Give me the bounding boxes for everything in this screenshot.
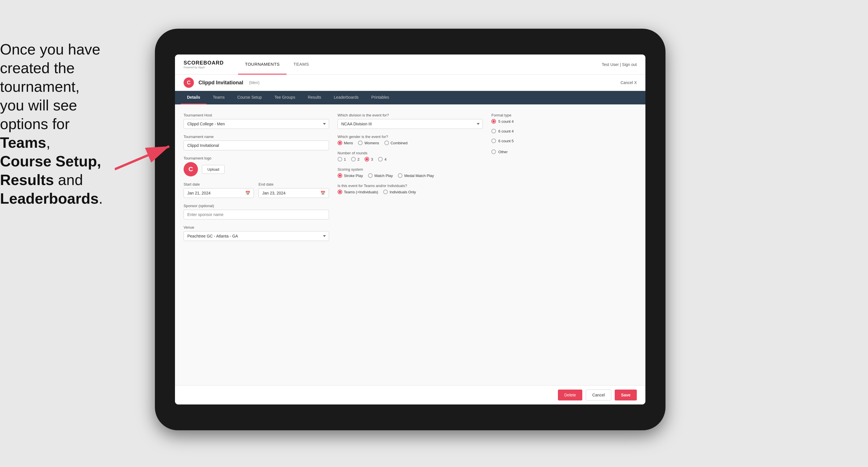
logo-group: Tournament logo C Upload: [184, 156, 329, 177]
format-5count4-radio[interactable]: [491, 119, 496, 124]
format-other-radio[interactable]: [491, 150, 496, 154]
scoring-medal[interactable]: Medal Match Play: [398, 173, 434, 178]
host-select[interactable]: Clippd College - Men: [184, 119, 329, 129]
calendar-icon: 📅: [245, 191, 250, 195]
individuals-only-radio[interactable]: [383, 190, 388, 194]
rounds-1-radio[interactable]: [338, 157, 342, 161]
tab-course-setup[interactable]: Course Setup: [231, 91, 268, 104]
gender-combined[interactable]: Combined: [384, 141, 408, 145]
tab-results[interactable]: Results: [302, 91, 328, 104]
rounds-4-radio[interactable]: [378, 157, 383, 161]
venue-label: Venue: [184, 225, 329, 229]
rounds-3-radio[interactable]: [365, 157, 369, 161]
format-other-row: Other: [491, 150, 637, 154]
format-6count4-label: 6 count 4: [498, 129, 514, 133]
sponsor-input[interactable]: [184, 210, 329, 219]
name-input[interactable]: [184, 141, 329, 150]
name-group: Tournament name: [184, 134, 329, 150]
logo-area: SCOREBOARD Powered by clippd: [184, 60, 224, 69]
format-other-label: Other: [498, 150, 508, 154]
venue-group: Venue Peachtree GC - Atlanta - GA: [184, 225, 329, 241]
scoring-stroke-radio[interactable]: [338, 173, 342, 178]
svg-line-1: [115, 146, 169, 169]
teams-label: Is this event for Teams and/or Individua…: [338, 184, 483, 188]
division-label: Which division is the event for?: [338, 113, 483, 117]
start-date-input[interactable]: Jan 21, 2024 📅: [184, 188, 254, 198]
rounds-group: Number of rounds 1 2: [338, 151, 483, 161]
scoring-medal-radio[interactable]: [398, 173, 402, 178]
scoring-match[interactable]: Match Play: [368, 173, 393, 178]
tournament-bar: C Clippd Invitational (Men) Cancel X: [175, 74, 645, 91]
save-button[interactable]: Save: [615, 390, 637, 400]
scoring-stroke[interactable]: Stroke Play: [338, 173, 363, 178]
host-group: Tournament Host Clippd College - Men: [184, 113, 329, 129]
format-6count5-radio[interactable]: [491, 138, 496, 143]
start-date-value: Jan 21, 2024: [187, 191, 211, 195]
delete-button[interactable]: Delete: [558, 390, 582, 400]
rounds-1-label: 1: [344, 157, 346, 161]
gender-womens-radio[interactable]: [358, 141, 363, 145]
individuals-only-label: Individuals Only: [390, 190, 416, 194]
format-group: Format type 5 count 4 6 count 4 6 count …: [491, 113, 637, 154]
nav-teams[interactable]: TEAMS: [286, 55, 316, 74]
gender-womens[interactable]: Womens: [358, 141, 379, 145]
tab-tee-groups[interactable]: Tee Groups: [268, 91, 302, 104]
gender-womens-label: Womens: [364, 141, 379, 145]
rounds-2-label: 2: [358, 157, 360, 161]
format-6count5[interactable]: 6 count 5: [491, 138, 637, 143]
user-area[interactable]: Test User | Sign out: [602, 62, 637, 67]
tournament-icon: C: [184, 77, 194, 88]
scoring-match-radio[interactable]: [368, 173, 373, 178]
tablet-screen: SCOREBOARD Powered by clippd TOURNAMENTS…: [175, 55, 645, 404]
tab-printables[interactable]: Printables: [365, 91, 395, 104]
format-6count4-radio[interactable]: [491, 129, 496, 133]
teams-plus-label: Teams (+Individuals): [344, 190, 378, 194]
tournament-title-row: C Clippd Invitational (Men): [184, 77, 259, 88]
gender-mens-radio[interactable]: [338, 141, 342, 145]
logo-label: Tournament logo: [184, 156, 329, 160]
teams-plus-individuals[interactable]: Teams (+Individuals): [338, 190, 378, 194]
division-select[interactable]: NCAA Division III: [338, 119, 483, 129]
rounds-2[interactable]: 2: [351, 157, 360, 161]
gender-group: Which gender is the event for? Mens Wome…: [338, 134, 483, 145]
rounds-2-radio[interactable]: [351, 157, 356, 161]
rounds-4[interactable]: 4: [378, 157, 386, 161]
format-other[interactable]: Other: [491, 150, 508, 154]
name-label: Tournament name: [184, 134, 329, 139]
rounds-radio-group: 1 2 3 4: [338, 157, 483, 161]
rounds-4-label: 4: [384, 157, 386, 161]
gender-mens-label: Mens: [344, 141, 353, 145]
logo-sub: Powered by clippd: [184, 66, 224, 69]
teams-plus-radio[interactable]: [338, 190, 342, 194]
scoring-radio-group: Stroke Play Match Play Medal Match Play: [338, 173, 483, 178]
end-date-input[interactable]: Jan 23, 2024 📅: [258, 188, 329, 198]
tournament-name: Clippd Invitational: [198, 80, 243, 86]
teams-group: Is this event for Teams and/or Individua…: [338, 184, 483, 194]
gender-combined-radio[interactable]: [384, 141, 389, 145]
individuals-only[interactable]: Individuals Only: [383, 190, 416, 194]
logo-title: SCOREBOARD: [184, 60, 224, 66]
rounds-label: Number of rounds: [338, 151, 483, 155]
cancel-button[interactable]: Cancel: [586, 390, 612, 400]
tab-details[interactable]: Details: [181, 91, 207, 104]
upload-button[interactable]: Upload: [202, 165, 225, 174]
cancel-top-button[interactable]: Cancel X: [620, 80, 637, 85]
rounds-1[interactable]: 1: [338, 157, 346, 161]
venue-select[interactable]: Peachtree GC - Atlanta - GA: [184, 231, 329, 241]
start-label: Start date: [184, 182, 254, 186]
nav-tournaments[interactable]: TOURNAMENTS: [238, 55, 286, 74]
format-6count4[interactable]: 6 count 4: [491, 129, 637, 133]
format-5count4[interactable]: 5 count 4: [491, 119, 637, 124]
gender-mens[interactable]: Mens: [338, 141, 353, 145]
scoring-stroke-label: Stroke Play: [344, 174, 363, 178]
format-5count4-label: 5 count 4: [498, 119, 514, 124]
format-6count5-label: 6 count 5: [498, 139, 514, 143]
calendar-icon-2: 📅: [320, 191, 325, 195]
logo-circle: C: [184, 162, 198, 177]
tab-leaderboards[interactable]: Leaderboards: [328, 91, 365, 104]
tab-teams[interactable]: Teams: [207, 91, 231, 104]
teams-radio-group: Teams (+Individuals) Individuals Only: [338, 190, 483, 194]
gender-label: Which gender is the event for?: [338, 134, 483, 139]
logo-upload-row: C Upload: [184, 162, 329, 177]
rounds-3[interactable]: 3: [365, 157, 373, 161]
